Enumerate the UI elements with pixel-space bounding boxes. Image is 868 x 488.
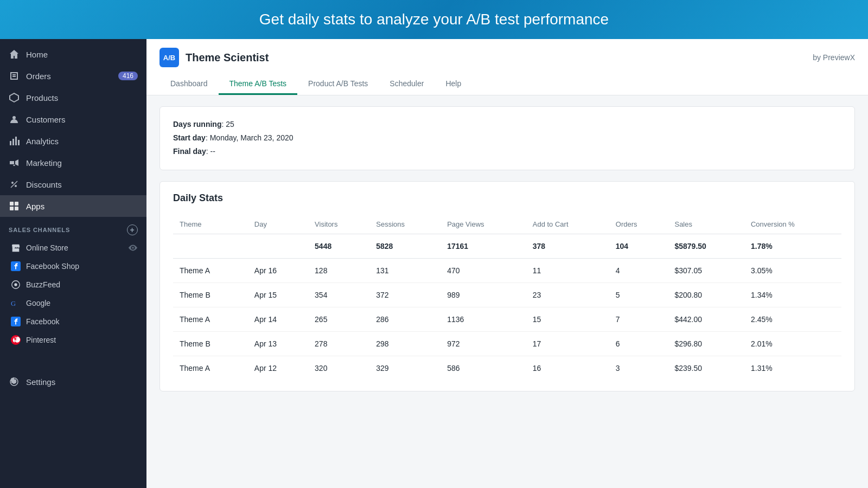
sidebar-item-buzzfeed[interactable]: BuzzFeed [0,275,146,294]
sidebar-item-analytics[interactable]: Analytics [0,130,146,152]
sidebar-item-google[interactable]: G Google [0,294,146,312]
content-area: A/B Theme Scientist by PreviewX Dashboar… [146,39,868,488]
svg-point-11 [132,247,134,249]
sidebar-label-products: Products [26,93,58,102]
sidebar-item-home[interactable]: Home [0,43,146,65]
stats-table: Theme Day Visitors Sessions Page Views A… [173,215,841,380]
sidebar-item-apps[interactable]: Apps [0,195,146,217]
sidebar-label-analytics: Analytics [26,137,59,146]
tab-help[interactable]: Help [435,74,472,95]
sidebar-label-apps: Apps [26,202,44,211]
table-header-row: Theme Day Visitors Sessions Page Views A… [173,215,841,234]
add-channel-button[interactable]: + [127,224,138,235]
orders-badge: 416 [118,72,138,80]
svg-rect-7 [10,202,14,206]
svg-rect-2 [12,139,14,145]
svg-rect-9 [10,207,14,210]
store-icon [11,243,21,253]
app-logo: A/B [159,48,179,67]
app-title: Theme Scientist [186,52,269,64]
sidebar-item-facebook[interactable]: Facebook [0,312,146,331]
svg-rect-4 [18,140,20,145]
sidebar: Home Orders 416 Products Customers Analy… [0,39,146,488]
final-day-line: Final day: -- [173,145,841,158]
total-visitors: 5448 [308,234,369,258]
pinterest-icon [11,335,21,345]
svg-rect-1 [10,141,11,145]
google-icon: G [11,298,21,308]
start-day-line: Start day: Monday, March 23, 2020 [173,131,841,145]
col-visitors: Visitors [308,215,369,234]
customers-icon [9,114,20,125]
tab-theme-ab-tests[interactable]: Theme A/B Tests [219,74,298,95]
svg-rect-10 [15,207,18,210]
col-page-views: Page Views [441,215,526,234]
sidebar-item-settings[interactable]: Settings [0,371,146,393]
days-running-line: Days running: 25 [173,118,841,131]
sidebar-item-pinterest[interactable]: Pinterest [0,331,146,349]
products-icon [9,92,20,103]
sidebar-label-discounts: Discounts [26,180,62,189]
sidebar-label-facebook: Facebook [26,317,59,326]
sidebar-item-customers[interactable]: Customers [0,108,146,130]
table-row: Theme BApr 13278298972176$296.802.01% [173,331,841,356]
start-day-value: Monday, March 23, 2020 [210,133,293,142]
app-tabs: Dashboard Theme A/B Tests Product A/B Te… [159,74,855,95]
col-orders: Orders [609,215,668,234]
app-title-row: A/B Theme Scientist by PreviewX [159,48,855,67]
sidebar-label-online-store: Online Store [26,243,68,252]
total-sales: $5879.50 [668,234,744,258]
total-page-views: 17161 [441,234,526,258]
sidebar-item-marketing[interactable]: Marketing [0,152,146,174]
sidebar-item-discounts[interactable]: Discounts [0,174,146,195]
final-day-value: -- [210,147,215,156]
app-by: by PreviewX [813,53,855,62]
sidebar-item-products[interactable]: Products [0,87,146,108]
buzzfeed-icon [11,280,21,290]
sidebar-item-online-store[interactable]: Online Store [0,239,146,257]
orders-icon [9,70,20,81]
sidebar-label-google: Google [26,299,50,307]
sidebar-label-home: Home [26,50,48,59]
col-add-to-cart: Add to Cart [526,215,609,234]
sidebar-item-orders[interactable]: Orders 416 [0,65,146,87]
start-day-label: Start day [173,133,206,142]
svg-rect-3 [15,137,17,145]
final-day-label: Final day [173,147,206,156]
home-icon [9,49,20,60]
tab-scheduler[interactable]: Scheduler [379,74,435,95]
table-row: Theme AApr 12320329586163$239.501.31% [173,356,841,380]
stats-card: Daily Stats Theme Day Visitors Sessions … [159,181,855,391]
sidebar-label-buzzfeed: BuzzFeed [26,280,60,289]
totals-row: 5448 5828 17161 378 104 $5879.50 1.78% [173,234,841,258]
col-sales: Sales [668,215,744,234]
svg-point-0 [12,116,16,119]
total-add-to-cart: 378 [526,234,609,258]
sidebar-label-facebook-shop: Facebook Shop [26,262,79,271]
table-row: Theme AApr 142652861136157$442.002.45% [173,307,841,331]
facebook-shop-icon [11,261,21,271]
facebook-icon [11,317,21,326]
sidebar-item-facebook-shop[interactable]: Facebook Shop [0,257,146,275]
sidebar-label-settings: Settings [26,377,55,387]
total-orders: 104 [609,234,668,258]
svg-rect-8 [15,202,18,206]
banner-title: Get daily stats to analyze your A/B test… [259,11,609,28]
eye-icon[interactable] [128,243,138,253]
tab-dashboard[interactable]: Dashboard [159,74,219,95]
tab-product-ab-tests[interactable]: Product A/B Tests [297,74,379,95]
stats-title: Daily Stats [173,192,841,204]
analytics-icon [9,136,20,146]
svg-point-5 [11,182,14,184]
app-title-left: A/B Theme Scientist [159,48,269,67]
main-layout: Home Orders 416 Products Customers Analy… [0,39,868,488]
discounts-icon [9,179,20,190]
days-running-label: Days running [173,120,221,129]
days-running-value: 25 [226,120,234,129]
settings-icon [9,376,20,387]
table-row: Theme BApr 15354372989235$200.801.34% [173,282,841,307]
sidebar-label-customers: Customers [26,115,66,124]
sales-channels-section: SALES CHANNELS + [0,217,146,239]
table-row: Theme AApr 16128131470114$307.053.05% [173,258,841,282]
sidebar-label-pinterest: Pinterest [26,336,56,344]
